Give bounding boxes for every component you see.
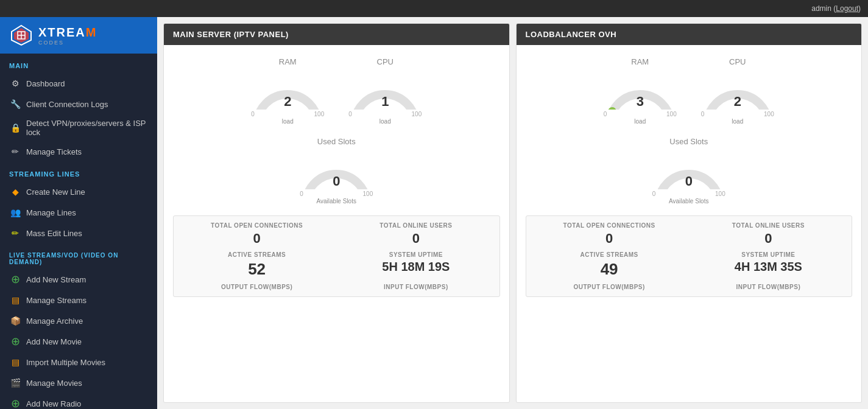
- logo: XTREAM CODES: [0, 17, 157, 54]
- lb-streams-label: ACTIVE STREAMS: [580, 251, 638, 258]
- lb-server-panel: LOADBALANCER OVH RAM 3: [516, 23, 863, 403]
- main-users-label: TOTAL ONLINE USERS: [379, 222, 452, 229]
- sidebar-item-vpn-detect[interactable]: 🔒 Detect VPN/proxies/servers & ISP lock: [0, 114, 157, 141]
- sidebar-item-label: Add New Stream: [26, 275, 86, 284]
- sidebar-item-label: Manage Tickets: [26, 147, 82, 156]
- lb-input-flow: INPUT FLOW(MBPS): [691, 284, 845, 290]
- dashboard-icon: ⚙: [9, 77, 21, 89]
- main-connections-label: TOTAL OPEN CONNECTIONS: [211, 222, 303, 229]
- sidebar-item-client-logs[interactable]: 🔧 Client Connection Logs: [0, 94, 157, 114]
- main-server-title: MAIN SERVER (IPTV PANEL): [173, 30, 289, 39]
- lb-uptime-value: 4H 13M 35S: [735, 260, 802, 274]
- sidebar-item-label: Client Connection Logs: [26, 100, 108, 109]
- logo-text: XTREAM: [38, 26, 97, 39]
- archive-icon: 📦: [9, 315, 21, 327]
- main-slots-value: 0: [333, 173, 340, 189]
- sidebar-item-manage-streams[interactable]: ▤ Manage Streams: [0, 290, 157, 310]
- main-ram-mid: load: [251, 118, 324, 125]
- add-radio-icon: ⊕: [9, 397, 21, 409]
- sidebar: XTREAM CODES MAIN ⚙ Dashboard 🔧 Client C…: [0, 17, 157, 409]
- main-output-label: OUTPUT FLOW(MBPS): [221, 284, 292, 290]
- lb-uptime-label: SYSTEM UPTIME: [741, 251, 795, 258]
- lb-server-title: LOADBALANCER OVH: [526, 30, 617, 39]
- main-slots-wrap: 0: [300, 150, 373, 189]
- lb-streams-value: 49: [601, 260, 618, 279]
- sidebar-item-manage-lines[interactable]: 👥 Manage Lines: [0, 202, 157, 223]
- main-slots-gauge: Used Slots 0 0 100 Available Slots: [294, 137, 379, 204]
- sidebar-item-label: Manage Movies: [26, 379, 82, 388]
- sidebar-item-label: Dashboard: [26, 79, 65, 88]
- sidebar-item-add-stream[interactable]: ⊕ Add New Stream: [0, 269, 157, 290]
- main-total-connections: TOTAL OPEN CONNECTIONS 0: [180, 222, 334, 246]
- lb-slots-scale: 0 100: [652, 191, 725, 197]
- main-connections-value: 0: [253, 231, 261, 246]
- sidebar-item-label: Detect VPN/proxies/servers & ISP lock: [26, 119, 148, 137]
- main-cpu-mid: load: [348, 118, 422, 125]
- import-movies-icon: ▤: [9, 356, 21, 368]
- main-content: MAIN SERVER (IPTV PANEL) RAM: [157, 17, 868, 409]
- lb-cpu-gauge: CPU 2 0 100 load: [695, 57, 780, 125]
- lb-active-streams: ACTIVE STREAMS 49: [532, 251, 686, 279]
- sidebar-item-import-movies[interactable]: ▤ Import Multiple Movies: [0, 352, 157, 372]
- sidebar-item-create-line[interactable]: ◆ Create New Line: [0, 181, 157, 202]
- sidebar-item-label: Add New Movie: [26, 337, 82, 346]
- main-online-users: TOTAL ONLINE USERS 0: [339, 222, 493, 246]
- sidebar-item-manage-archive[interactable]: 📦 Manage Archive: [0, 310, 157, 331]
- sidebar-item-label: Manage Archive: [26, 316, 83, 326]
- main-server-stats: TOTAL OPEN CONNECTIONS 0 TOTAL ONLINE US…: [173, 215, 500, 297]
- main-ram-label: RAM: [279, 57, 297, 66]
- lb-input-label: INPUT FLOW(MBPS): [736, 284, 800, 290]
- main-ram-gauge: RAM 2 0 100: [245, 57, 330, 125]
- main-cpu-gauge: CPU 1 0 100 load: [342, 57, 428, 125]
- lb-slots-label: Used Slots: [669, 137, 708, 146]
- main-streams-value: 52: [248, 260, 266, 279]
- sidebar-item-manage-movies[interactable]: 🎬 Manage Movies: [0, 372, 157, 393]
- main-ram-value: 2: [284, 94, 291, 110]
- main-slots-scale: 0 100: [300, 191, 373, 197]
- main-active-streams: ACTIVE STREAMS 52: [180, 251, 334, 279]
- lb-users-value: 0: [764, 231, 772, 246]
- lb-output-label: OUTPUT FLOW(MBPS): [573, 284, 644, 290]
- logout-link[interactable]: Logout: [836, 4, 858, 13]
- lb-connections-label: TOTAL OPEN CONNECTIONS: [563, 222, 655, 229]
- lb-output-flow: OUTPUT FLOW(MBPS): [532, 284, 686, 290]
- topbar-user: admin: [811, 4, 831, 13]
- topbar: admin (Logout): [0, 0, 868, 17]
- lb-server-gauges-row1: RAM 3 0 100 load: [523, 51, 856, 131]
- sidebar-item-mass-edit[interactable]: ✏ Mass Edit Lines: [0, 223, 157, 243]
- sidebar-item-label: Create New Line: [26, 187, 85, 197]
- sidebar-item-add-radio[interactable]: ⊕ Add New Radio: [0, 393, 157, 409]
- main-slots-label: Used Slots: [317, 137, 356, 146]
- sidebar-item-dashboard[interactable]: ⚙ Dashboard: [0, 73, 157, 94]
- add-stream-icon: ⊕: [9, 273, 21, 285]
- manage-movies-icon: 🎬: [9, 377, 21, 389]
- lb-ram-label: RAM: [631, 57, 649, 66]
- lb-server-header: LOADBALANCER OVH: [517, 24, 862, 45]
- main-uptime-label: SYSTEM UPTIME: [389, 251, 443, 258]
- client-logs-icon: 🔧: [9, 98, 21, 110]
- main-cpu-label: CPU: [377, 57, 393, 66]
- sidebar-item-manage-tickets[interactable]: ✏ Manage Tickets: [0, 141, 157, 162]
- main-cpu-wrap: 1: [348, 70, 422, 110]
- manage-streams-icon: ▤: [9, 294, 21, 306]
- main-users-value: 0: [412, 231, 420, 246]
- lb-server-gauges-row2: Used Slots 0 0 100 Available Slots: [523, 131, 856, 211]
- main-cpu-value: 1: [381, 94, 389, 110]
- lb-cpu-mid: load: [701, 118, 774, 125]
- main-uptime-value: 5H 18M 19S: [382, 260, 450, 274]
- lb-cpu-label: CPU: [729, 57, 746, 66]
- sidebar-item-label: Manage Streams: [26, 296, 86, 305]
- main-streams-label: ACTIVE STREAMS: [228, 251, 286, 258]
- main-input-label: INPUT FLOW(MBPS): [384, 284, 448, 290]
- lb-server-stats: TOTAL OPEN CONNECTIONS 0 TOTAL ONLINE US…: [526, 215, 853, 297]
- lb-ram-mid: load: [604, 118, 677, 125]
- add-movie-icon: ⊕: [9, 335, 21, 348]
- main-output-flow: OUTPUT FLOW(MBPS): [180, 284, 334, 290]
- main-server-panel: MAIN SERVER (IPTV PANEL) RAM: [163, 23, 510, 403]
- main-server-gauges-row1: RAM 2 0 100: [170, 51, 503, 131]
- sidebar-item-add-movie[interactable]: ⊕ Add New Movie: [0, 331, 157, 352]
- section-title-main: MAIN: [0, 54, 157, 73]
- lb-cpu-scale: 0 100: [701, 111, 774, 117]
- logo-icon: [9, 23, 34, 47]
- section-title-vod: LIVE STREAMS/VOD (VIDEO ON DEMAND): [0, 243, 157, 269]
